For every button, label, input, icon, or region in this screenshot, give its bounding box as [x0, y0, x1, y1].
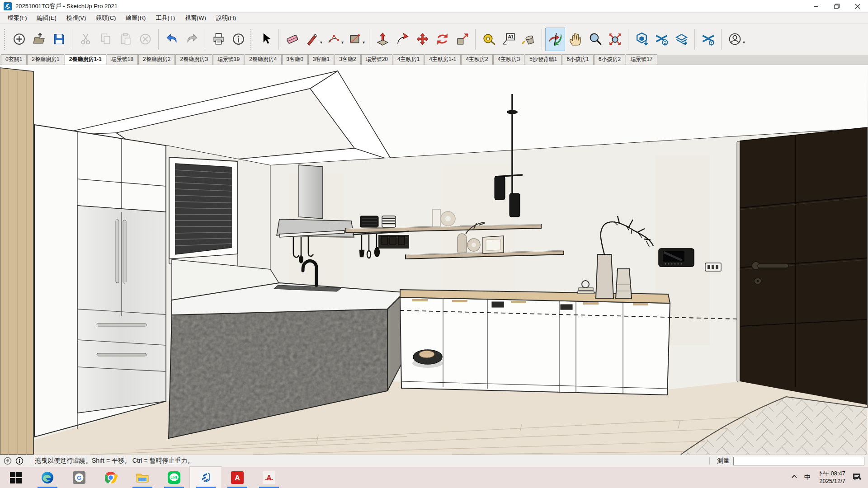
save-button[interactable]: [49, 28, 69, 51]
account-button[interactable]: [725, 28, 745, 51]
tape-measure-tool-button[interactable]: [479, 28, 499, 51]
acrobat-icon[interactable]: A: [253, 467, 285, 488]
scene-tab[interactable]: 0玄關1: [1, 54, 27, 65]
line-tool-button[interactable]: [302, 28, 322, 51]
menu-item-1[interactable]: 編輯(E): [32, 13, 61, 23]
viewport[interactable]: [0, 65, 868, 455]
push-pull-tool-button[interactable]: [373, 28, 392, 51]
scene-tab[interactable]: 場景號20: [361, 54, 392, 65]
scale-tool-button[interactable]: [452, 28, 472, 51]
restore-button[interactable]: [826, 0, 847, 12]
scene-tab[interactable]: 場景號17: [626, 54, 657, 65]
shape-tool-dropdown[interactable]: ▾: [363, 40, 365, 45]
geolocation-icon[interactable]: [4, 457, 12, 465]
redo-button[interactable]: [182, 28, 202, 51]
account-dropdown[interactable]: ▾: [743, 40, 745, 45]
scene-tab[interactable]: 3客廳1: [308, 54, 334, 65]
scene-tab[interactable]: 場景號19: [213, 54, 244, 65]
scene-tab[interactable]: 2餐廳廚房4: [245, 54, 281, 65]
bim-export-button[interactable]: [671, 28, 691, 51]
menu-item-4[interactable]: 繪圖(R): [121, 13, 151, 23]
toolbar-grip[interactable]: [4, 29, 7, 50]
scene-tab[interactable]: 場景號18: [107, 54, 138, 65]
line-icon[interactable]: LINE: [158, 467, 190, 488]
scene-tab[interactable]: 2餐廳廚房3: [175, 54, 212, 65]
scene-tab[interactable]: 2餐廳廚房1-1: [65, 54, 106, 65]
copy-button[interactable]: [95, 28, 115, 51]
window-blinds[interactable]: [169, 157, 238, 267]
print-button[interactable]: [208, 28, 228, 51]
chrome-icon[interactable]: [95, 467, 127, 488]
cancel-button[interactable]: [135, 28, 155, 51]
measurement-input[interactable]: [733, 457, 864, 465]
move-tool-button[interactable]: [412, 28, 432, 51]
zoom-extents-tool-button[interactable]: [605, 28, 625, 51]
close-button[interactable]: [847, 0, 868, 12]
scene-tab[interactable]: 2餐廳廚房1: [27, 54, 64, 65]
orbit-tool-button[interactable]: [545, 28, 565, 51]
scene-tab[interactable]: 4主臥房2: [461, 54, 492, 65]
bim-import-button[interactable]: [632, 28, 651, 51]
scene-tab[interactable]: 3客廳2: [335, 54, 360, 65]
undo-button[interactable]: [162, 28, 182, 51]
notification-center-icon[interactable]: [852, 472, 862, 483]
taskbar-clock[interactable]: 下午 08:47 2025/12/7: [817, 470, 845, 485]
text-tool-button[interactable]: A1: [499, 28, 519, 51]
scene-tab[interactable]: 5沙發背牆1: [525, 54, 561, 65]
menu-item-0[interactable]: 檔案(F): [3, 13, 32, 23]
viewport-3d-scene[interactable]: [0, 65, 868, 455]
zoom-tool-button[interactable]: [585, 28, 605, 51]
scene-tab[interactable]: 4主臥房1: [393, 54, 424, 65]
menu-item-2[interactable]: 檢視(V): [61, 13, 91, 23]
entry-door[interactable]: [737, 127, 867, 408]
scene-tab[interactable]: 6小孩房2: [594, 54, 625, 65]
tray-date: 2025/12/7: [817, 478, 845, 485]
tall-cabinets-and-fridge[interactable]: [34, 125, 166, 437]
sketchup-taskbar-icon[interactable]: [190, 467, 222, 488]
rotate-tool-button[interactable]: [432, 28, 452, 51]
start-button[interactable]: [0, 467, 32, 488]
credits-icon[interactable]: [15, 457, 24, 465]
scene-tab[interactable]: 2餐廳廚房2: [138, 54, 175, 65]
pan-tool-button[interactable]: [565, 28, 585, 51]
toolbar-grip-2[interactable]: [250, 29, 253, 50]
oven-control-strip[interactable]: [492, 302, 504, 307]
open-button[interactable]: [29, 28, 49, 51]
menu-item-5[interactable]: 工具(T): [151, 13, 180, 23]
shape-tool-button[interactable]: [344, 28, 364, 51]
minimize-button[interactable]: [806, 0, 826, 12]
menu-item-7[interactable]: 說明(H): [211, 13, 241, 23]
file-explorer-icon[interactable]: [127, 467, 158, 488]
scene-tab[interactable]: 4主臥房1-1: [425, 54, 461, 65]
scene-tab[interactable]: 4主臥房3: [493, 54, 524, 65]
new-button[interactable]: [9, 28, 29, 51]
model-info-button[interactable]: [228, 28, 248, 51]
scene-tab[interactable]: 3客廳0: [282, 54, 308, 65]
google-icon[interactable]: G: [63, 467, 95, 488]
menu-item-6[interactable]: 視窗(W): [180, 13, 211, 23]
robot-vacuum[interactable]: [412, 350, 443, 368]
wood-wall-strip[interactable]: [0, 68, 33, 455]
eraser-tool-button[interactable]: [282, 28, 302, 51]
scene-tab[interactable]: 6小孩房1: [562, 54, 593, 65]
light-switch[interactable]: [705, 263, 721, 271]
paste-button[interactable]: [115, 28, 135, 51]
base-cabinets[interactable]: [400, 290, 670, 395]
ime-indicator[interactable]: 中: [804, 473, 811, 482]
text-tool-label: A1: [508, 34, 514, 39]
bim-sync-button[interactable]: [651, 28, 671, 51]
arc-tool-button[interactable]: [323, 28, 343, 51]
edge-icon[interactable]: [32, 467, 63, 488]
cut-button[interactable]: [75, 28, 95, 51]
paint-bucket-tool-button[interactable]: [519, 28, 538, 51]
adobe-icon[interactable]: A: [222, 467, 253, 488]
select-tool-button[interactable]: [255, 28, 275, 51]
wall-control-panel[interactable]: [659, 249, 694, 267]
menu-item-3[interactable]: 鏡頭(C): [91, 13, 121, 23]
arc-tool-dropdown[interactable]: ▾: [341, 40, 344, 45]
follow-me-tool-button[interactable]: [392, 28, 412, 51]
line-tool-dropdown[interactable]: ▾: [320, 40, 322, 45]
bim-settings-button[interactable]: [698, 28, 718, 51]
dishwasher-control-strip[interactable]: [561, 305, 572, 310]
hidden-icons-chevron[interactable]: [791, 473, 798, 482]
